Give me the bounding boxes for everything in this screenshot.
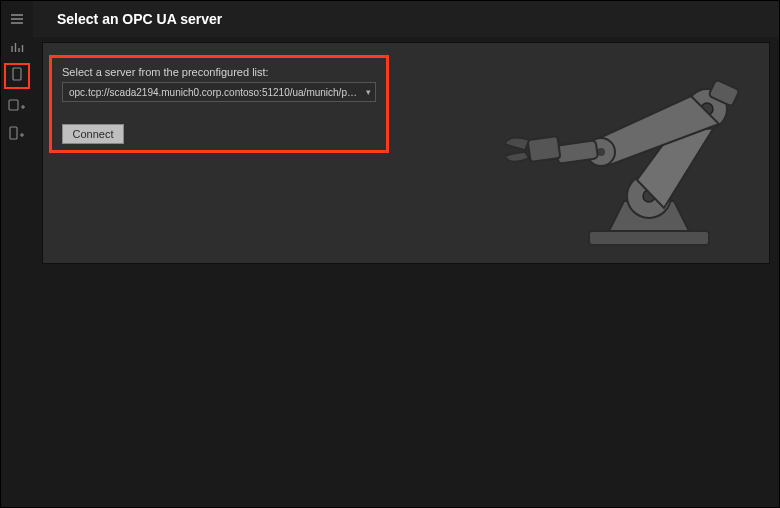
server-select[interactable]: opc.tcp://scada2194.munich0.corp.contoso…	[62, 82, 376, 102]
add-server-icon	[8, 125, 26, 141]
connect-button[interactable]: Connect	[62, 124, 124, 144]
server-form-panel: Select a server from the preconfigured l…	[49, 55, 389, 153]
server-select-value: opc.tcp://scada2194.munich0.corp.contoso…	[69, 87, 376, 98]
svg-rect-14	[589, 231, 709, 245]
bar-chart-icon	[9, 39, 25, 55]
add-device-icon	[8, 97, 26, 113]
sidebar-item-add-server[interactable]	[5, 121, 29, 145]
sidebar-item-menu[interactable]	[5, 7, 29, 31]
sidebar-item-device[interactable]	[4, 63, 30, 89]
svg-rect-7	[13, 68, 21, 80]
app-frame: Select an OPC UA server Select a server …	[0, 0, 780, 508]
sidebar-item-add-device[interactable]	[5, 93, 29, 117]
sidebar-item-stats[interactable]	[5, 35, 29, 59]
page-title-text: Select an OPC UA server	[57, 11, 222, 27]
sidebar	[1, 1, 33, 507]
page-title: Select an OPC UA server	[33, 1, 779, 37]
svg-rect-8	[9, 100, 18, 110]
svg-rect-22	[528, 136, 561, 162]
content-card: Select a server from the preconfigured l…	[43, 43, 769, 263]
device-icon	[11, 66, 23, 86]
robot-illustration-area	[439, 43, 769, 263]
main-area: Select an OPC UA server Select a server …	[33, 1, 779, 507]
robot-arm-icon	[459, 46, 749, 260]
svg-rect-11	[10, 127, 17, 139]
server-list-label: Select a server from the preconfigured l…	[62, 66, 376, 78]
menu-icon	[9, 11, 25, 27]
